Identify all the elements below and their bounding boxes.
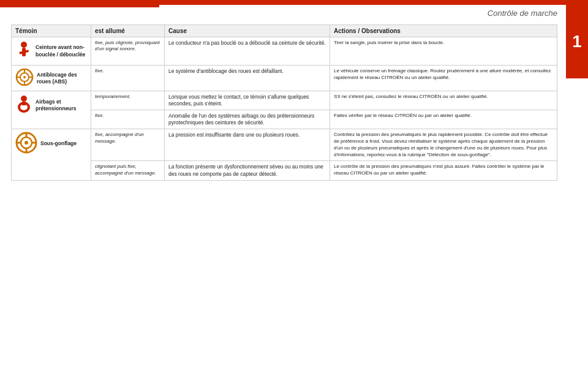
cause-cell: Lorsque vous mettez le contact, ce témoi… bbox=[165, 91, 330, 110]
table-row: Antiblocage des roues (ABS)fixe.Le systè… bbox=[12, 66, 557, 91]
cause-cell: Le système d'antiblocage des roues est d… bbox=[165, 66, 330, 91]
header-temoin: Témoin bbox=[12, 25, 91, 37]
temoin-cell: Ceinture avant non-bouclée / débouclée bbox=[12, 37, 91, 66]
svg-point-0 bbox=[21, 42, 27, 48]
tyre-icon bbox=[15, 132, 37, 156]
page-title: Contrôle de marche bbox=[488, 9, 557, 18]
actions-cell: Contrôlez la pression des pneumatiques l… bbox=[330, 129, 557, 161]
temoin-label: Airbags et prétensionneurs bbox=[36, 99, 87, 112]
actions-cell: Le contrôle de la pression des pneumatiq… bbox=[330, 161, 557, 180]
table-row: fixe.Anomalie de l'un des systèmes airba… bbox=[12, 110, 557, 129]
allume-cell: temporairement. bbox=[91, 91, 165, 110]
svg-point-16 bbox=[24, 141, 28, 145]
allume-cell: fixe. bbox=[91, 110, 165, 129]
cause-cell: Anomalie de l'un des systèmes airbags ou… bbox=[165, 110, 330, 129]
temoin-cell: Sous-gonflage bbox=[12, 129, 91, 180]
abs-icon bbox=[15, 68, 34, 88]
cause-cell: La fonction présente un dysfonctionnemen… bbox=[165, 161, 330, 180]
allume-cell: fixe. bbox=[91, 66, 165, 91]
icon-seatbelt-wrap: Ceinture avant non-bouclée / débouclée bbox=[15, 40, 87, 62]
page-number: 1 bbox=[572, 32, 582, 51]
info-table: Témoin est allumé Cause Actions / Observ… bbox=[11, 24, 557, 181]
cause-cell: Le conducteur n'a pas bouclé ou a débouc… bbox=[165, 37, 330, 66]
allume-cell: clignotant puis fixe, accompagné d'un me… bbox=[91, 161, 165, 180]
cause-cell: La pression est insuffisante dans une ou… bbox=[165, 129, 330, 161]
temoin-cell: Airbags et prétensionneurs bbox=[12, 91, 91, 129]
header-actions: Actions / Observations bbox=[330, 25, 557, 37]
svg-point-10 bbox=[21, 96, 27, 102]
temoin-cell: Antiblocage des roues (ABS) bbox=[12, 66, 91, 91]
temoin-label: Sous-gonflage bbox=[40, 140, 77, 147]
actions-cell: S'il ne s'éteint pas, consultez le résea… bbox=[330, 91, 557, 110]
temoin-label: Antiblocage des roues (ABS) bbox=[37, 72, 87, 85]
table-row: clignotant puis fixe, accompagné d'un me… bbox=[12, 161, 557, 180]
page-number-badge: 1 bbox=[566, 5, 588, 78]
table-row: Sous-gonflagefixe, accompagné d'un messa… bbox=[12, 129, 557, 161]
header-accent-line bbox=[0, 5, 159, 7]
header-cause: Cause bbox=[165, 25, 330, 37]
icon-tyre-wrap: Sous-gonflage bbox=[15, 132, 77, 156]
header-allume: est allumé bbox=[91, 25, 165, 37]
actions-cell: Faites vérifier par le réseau CITROËN ou… bbox=[330, 110, 557, 129]
icon-abs-wrap: Antiblocage des roues (ABS) bbox=[15, 68, 87, 88]
svg-point-5 bbox=[23, 76, 26, 78]
table-row: Ceinture avant non-bouclée / déboucléefi… bbox=[12, 37, 557, 66]
actions-cell: Tirer la sangle, puis insérer la prise d… bbox=[330, 37, 557, 66]
seatbelt-icon bbox=[15, 40, 32, 62]
top-bar bbox=[0, 0, 588, 5]
svg-rect-13 bbox=[22, 102, 26, 105]
temoin-label: Ceinture avant non-bouclée / débouclée bbox=[36, 44, 87, 58]
airbag-icon bbox=[15, 94, 32, 116]
table-row: Airbags et prétensionneurstemporairement… bbox=[12, 91, 557, 110]
allume-cell: fixe, puis clignote, provoquant d'un sig… bbox=[91, 37, 165, 66]
icon-airbag-wrap: Airbags et prétensionneurs bbox=[15, 94, 87, 116]
allume-cell: fixe, accompagné d'un message. bbox=[91, 129, 165, 161]
actions-cell: Le véhicule conserve un freinage classiq… bbox=[330, 66, 557, 91]
